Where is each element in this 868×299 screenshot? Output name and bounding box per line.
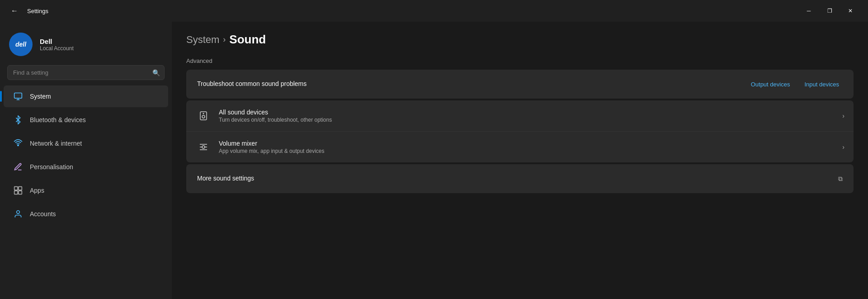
svg-rect-6 [14,191,18,195]
advanced-label: Advanced [186,57,854,64]
app-title: Settings [27,8,48,14]
sidebar-label-network: Network & internet [30,140,82,147]
chevron-right-icon: › [842,112,844,119]
sidebar-item-network[interactable]: Network & internet [4,133,168,154]
input-devices-button[interactable]: Input devices [801,79,843,90]
sidebar-item-apps[interactable]: Apps [4,180,168,201]
window-controls: ─ ❐ ✕ [798,4,861,18]
svg-point-3 [18,145,19,146]
troubleshoot-row[interactable]: Troubleshoot common sound problems Outpu… [186,70,854,99]
main-layout: dell Dell Local Account 🔍 System [0,22,868,299]
output-devices-button[interactable]: Output devices [747,79,794,90]
troubleshoot-row-right: Output devices Input devices [747,79,843,90]
volume-mixer-icon [195,139,212,155]
troubleshoot-card: Troubleshoot common sound problems Outpu… [186,70,854,99]
sound-devices-card: All sound devices Turn devices on/off, t… [186,100,854,162]
volume-mixer-sub: App volume mix, app input & output devic… [219,148,324,154]
sidebar-label-personalisation: Personalisation [30,163,73,171]
search-input[interactable] [7,65,165,80]
user-info: Dell Local Account [40,38,74,52]
all-sound-sub: Turn devices on/off, troubleshoot, other… [219,117,332,123]
chevron-right-icon-2: › [842,143,844,151]
user-subtitle: Local Account [40,45,74,52]
search-wrapper: 🔍 [0,65,172,84]
sidebar-item-accounts[interactable]: Accounts [4,203,168,225]
network-icon [13,138,24,149]
content-area: System › Sound Advanced Troubleshoot com… [172,22,868,299]
svg-rect-4 [14,187,18,190]
avatar: dell [9,33,33,56]
back-button[interactable]: ← [7,4,22,18]
breadcrumb-parent[interactable]: System [186,34,219,46]
sidebar-label-accounts: Accounts [30,210,56,218]
title-bar: ← Settings ─ ❐ ✕ [0,0,868,22]
all-sound-title: All sound devices [219,109,332,116]
more-sound-title: More sound settings [197,175,254,182]
accounts-icon [13,209,24,219]
volume-mixer-row[interactable]: Volume mixer App volume mix, app input &… [186,132,854,162]
more-sound-row[interactable]: More sound settings ⧉ [186,164,854,193]
svg-point-14 [202,146,205,148]
user-section: dell Dell Local Account [0,29,172,63]
all-sound-text: All sound devices Turn devices on/off, t… [219,109,332,123]
sidebar-label-bluetooth: Bluetooth & devices [30,116,86,123]
restore-button[interactable]: ❐ [819,4,840,18]
breadcrumb-separator: › [223,35,226,44]
apps-icon [13,185,24,196]
svg-point-8 [17,211,20,214]
all-sound-row-left: All sound devices Turn devices on/off, t… [195,108,332,124]
svg-rect-0 [14,93,22,99]
sidebar-label-apps: Apps [30,187,44,194]
more-sound-card: More sound settings ⧉ [186,164,854,193]
svg-rect-7 [19,191,22,195]
personalisation-icon [13,161,24,172]
volume-mixer-row-left: Volume mixer App volume mix, app input &… [195,139,324,155]
volume-mixer-title: Volume mixer [219,140,324,147]
svg-rect-5 [19,187,22,190]
svg-point-10 [202,115,205,118]
close-button[interactable]: ✕ [840,4,861,18]
external-link-icon: ⧉ [838,175,843,183]
system-icon [13,91,24,102]
all-sound-icon [195,108,212,124]
sidebar: dell Dell Local Account 🔍 System [0,22,172,299]
sidebar-item-personalisation[interactable]: Personalisation [4,156,168,178]
bluetooth-icon [13,114,24,125]
user-name: Dell [40,38,74,45]
breadcrumb-current: Sound [229,33,266,47]
volume-mixer-text: Volume mixer App volume mix, app input &… [219,140,324,154]
minimize-button[interactable]: ─ [798,4,819,18]
sidebar-item-bluetooth[interactable]: Bluetooth & devices [4,109,168,131]
breadcrumb: System › Sound [186,33,854,47]
sidebar-label-system: System [30,93,51,100]
sidebar-item-system[interactable]: System [4,85,168,107]
all-sound-row[interactable]: All sound devices Turn devices on/off, t… [186,100,854,132]
title-bar-left: ← Settings [7,4,48,18]
troubleshoot-title: Troubleshoot common sound problems [197,80,307,87]
